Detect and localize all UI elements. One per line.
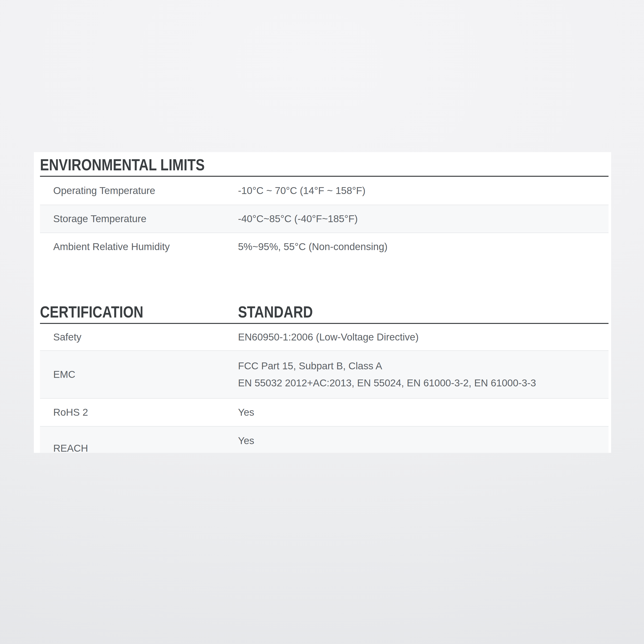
value-line: 5%~95%, 55°C (Non-condensing) — [238, 241, 609, 253]
certification-heading-row: CERTIFICATION STANDARD — [40, 303, 609, 324]
certification-title: CERTIFICATION — [40, 303, 143, 321]
row-value: -10°C ~ 70°C (14°F ~ 158°F) — [238, 185, 609, 197]
page-background: { "colors": { "page_background": "#eef0f… — [0, 0, 644, 644]
row-value: FCC Part 15, Subpart B, Class A EN 55032… — [238, 357, 609, 392]
row-label: REACH — [40, 442, 238, 453]
spec-card: ENVIRONMENTAL LIMITS Operating Temperatu… — [34, 152, 611, 453]
row-label: Storage Temperature — [40, 213, 238, 225]
table-row-storage-temperature: Storage Temperature -40°C~85°C (-40°F~18… — [40, 205, 609, 233]
value-line: EN60950-1:2006 (Low-Voltage Directive) — [238, 331, 609, 343]
row-label: RoHS 2 — [40, 406, 238, 419]
standard-title: STANDARD — [238, 303, 313, 321]
environmental-limits-table: ENVIRONMENTAL LIMITS Operating Temperatu… — [40, 152, 609, 260]
value-line: Yes — [238, 406, 609, 419]
value-line: -10°C ~ 70°C (14°F ~ 158°F) — [238, 185, 609, 197]
environmental-limits-heading-cell: ENVIRONMENTAL LIMITS — [40, 156, 238, 173]
row-value: EN60950-1:2006 (Low-Voltage Directive) — [238, 331, 609, 343]
table-row-rohs-2: RoHS 2 Yes — [40, 398, 609, 426]
value-line: Yes — [238, 435, 609, 447]
row-label: Ambient Relative Humidity — [40, 241, 238, 253]
row-value: 5%~95%, 55°C (Non-condensing) — [238, 241, 609, 253]
value-line: -40°C~85°C (-40°F~185°F) — [238, 213, 609, 225]
row-value: -40°C~85°C (-40°F~185°F) — [238, 213, 609, 225]
table-row-operating-temperature: Operating Temperature -10°C ~ 70°C (14°F… — [40, 177, 609, 205]
table-row-ambient-relative-humidity: Ambient Relative Humidity 5%~95%, 55°C (… — [40, 233, 609, 260]
row-label: EMC — [40, 368, 238, 381]
certification-heading-cell: CERTIFICATION — [40, 303, 238, 321]
value-line: EN 55032 2012+AC:2013, EN 55024, EN 6100… — [238, 375, 609, 392]
standard-heading-cell: STANDARD — [238, 303, 609, 321]
row-value: Yes — [238, 435, 609, 447]
table-row-safety: Safety EN60950-1:2006 (Low-Voltage Direc… — [40, 324, 609, 350]
value-line: FCC Part 15, Subpart B, Class A — [238, 357, 609, 375]
environmental-limits-heading-row: ENVIRONMENTAL LIMITS — [40, 152, 609, 177]
table-row-emc: EMC FCC Part 15, Subpart B, Class A EN 5… — [40, 350, 609, 398]
row-label: Operating Temperature — [40, 185, 238, 197]
environmental-limits-title: ENVIRONMENTAL LIMITS — [40, 156, 205, 173]
table-row-reach: REACH Yes — [40, 426, 609, 453]
row-label: Safety — [40, 331, 238, 343]
certification-table: CERTIFICATION STANDARD Safety EN60950-1:… — [40, 303, 609, 453]
row-value: Yes — [238, 406, 609, 419]
